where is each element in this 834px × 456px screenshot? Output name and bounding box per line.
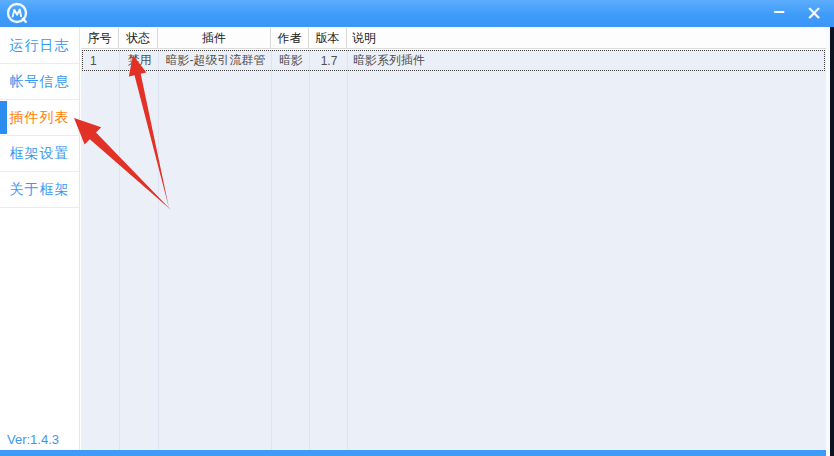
plugin-list-panel: 序号 状态 插件 作者 版本 说明 1 禁用 暗影-超级引流群管 暗影 1.7 … (81, 27, 826, 450)
cell-version: 1.7 (310, 51, 348, 70)
cell-no: 1 (83, 51, 120, 70)
column-gridline (158, 50, 159, 450)
cell-status: 禁用 (120, 51, 159, 70)
sidebar-item-label: 运行日志 (10, 37, 70, 55)
sidebar-nav: 运行日志 帐号信息 插件列表 框架设置 关于框架 (0, 27, 79, 208)
column-header-version[interactable]: 版本 (309, 28, 347, 48)
sidebar-item-label: 关于框架 (10, 181, 70, 199)
active-indicator (0, 101, 7, 134)
column-header-status[interactable]: 状态 (119, 28, 158, 48)
bottom-border-bar (0, 450, 834, 456)
sidebar-item-label: 帐号信息 (10, 73, 70, 91)
plugin-row-selected[interactable]: 1 禁用 暗影-超级引流群管 暗影 1.7 暗影系列插件 (82, 50, 825, 71)
minimize-button[interactable]: – (766, 0, 792, 27)
column-header-author[interactable]: 作者 (271, 28, 309, 48)
app-window: – ✕ 运行日志 帐号信息 插件列表 框架设置 关于框架 (0, 0, 834, 456)
cell-author: 暗影 (272, 51, 310, 70)
close-button[interactable]: ✕ (800, 0, 828, 27)
column-gridline (347, 50, 348, 450)
version-label: Ver:1.4.3 (7, 432, 59, 447)
column-gridline (271, 50, 272, 450)
sidebar-item-label: 插件列表 (10, 109, 70, 127)
table-header: 序号 状态 插件 作者 版本 说明 (81, 28, 826, 49)
window-right-border (830, 27, 834, 456)
column-header-description[interactable]: 说明 (347, 28, 826, 48)
app-logo-icon (4, 1, 30, 27)
column-header-plugin[interactable]: 插件 (158, 28, 271, 48)
sidebar-item-account-info[interactable]: 帐号信息 (0, 64, 79, 100)
column-gridline (309, 50, 310, 450)
sidebar-item-framework-settings[interactable]: 框架设置 (0, 136, 79, 172)
column-header-no[interactable]: 序号 (81, 28, 119, 48)
titlebar[interactable]: – ✕ (0, 0, 834, 27)
sidebar-item-about-framework[interactable]: 关于框架 (0, 172, 79, 208)
sidebar-item-run-log[interactable]: 运行日志 (0, 28, 79, 64)
sidebar-item-label: 框架设置 (10, 145, 70, 163)
cell-plugin: 暗影-超级引流群管 (159, 51, 272, 70)
column-gridline (119, 50, 120, 450)
sidebar: 运行日志 帐号信息 插件列表 框架设置 关于框架 Ver:1.4.3 (0, 27, 80, 450)
sidebar-item-plugin-list[interactable]: 插件列表 (0, 100, 79, 136)
table-body (81, 50, 826, 450)
cell-description: 暗影系列插件 (348, 51, 824, 70)
